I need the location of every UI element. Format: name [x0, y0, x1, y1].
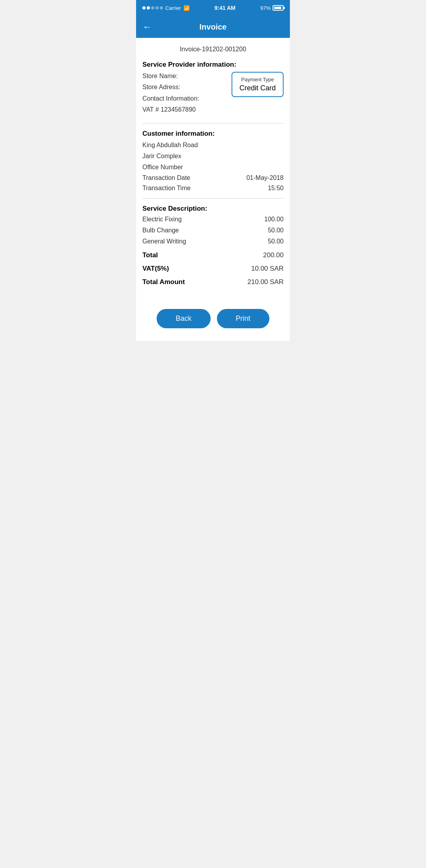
bottom-buttons: Back Print	[136, 299, 290, 341]
payment-type-label: Payment Type	[239, 77, 276, 82]
signal-dot-5	[160, 6, 163, 9]
totals-section: Total 200.00 VAT(5%) 10.00 SAR Total Amo…	[142, 251, 284, 286]
payment-type-value: Credit Card	[239, 84, 276, 92]
customer-section: Customer information: King Abdullah Road…	[142, 130, 284, 192]
service-amount-1: 50.00	[268, 227, 284, 234]
total-amount-value: 210.00 SAR	[247, 278, 284, 286]
signal-dots	[142, 6, 163, 9]
total-row: Total 200.00	[142, 251, 284, 259]
service-name-0: Electric Fixing	[142, 216, 182, 223]
service-provider-title: Service Provider information:	[142, 61, 284, 69]
transaction-date-label: Transaction Date	[142, 174, 190, 181]
customer-title: Customer information:	[142, 130, 284, 138]
transaction-time-row: Transaction Time 15:50	[142, 185, 284, 192]
status-left: Carrier 📶	[142, 5, 190, 11]
vat-row: VAT(5%) 10.00 SAR	[142, 265, 284, 273]
service-item-0: Electric Fixing 100.00	[142, 216, 284, 223]
status-right: 97%	[260, 5, 284, 11]
vat-label: VAT(5%)	[142, 265, 169, 273]
payment-box: Payment Type Credit Card	[232, 72, 284, 97]
service-name-1: Bulb Change	[142, 227, 179, 234]
status-time: 9:41 AM	[215, 5, 235, 11]
battery-bar	[273, 5, 284, 11]
service-description-section: Service Description: Electric Fixing 100…	[142, 205, 284, 245]
signal-dot-3	[151, 6, 154, 9]
transaction-time-label: Transaction Time	[142, 185, 191, 192]
battery-percent: 97%	[260, 5, 271, 11]
transaction-date-row: Transaction Date 01-May-2018	[142, 174, 284, 181]
invoice-number: Invoice-191202-001200	[142, 46, 284, 53]
carrier-text: Carrier	[165, 5, 181, 11]
service-item-1: Bulb Change 50.00	[142, 227, 284, 234]
phone-container: Carrier 📶 9:41 AM 97% ← Invoice Invoice-…	[136, 0, 290, 341]
header: ← Invoice	[136, 16, 290, 38]
vat-value: 10.00 SAR	[251, 265, 284, 273]
wifi-icon: 📶	[183, 5, 190, 11]
total-label: Total	[142, 251, 158, 259]
divider-1	[142, 123, 284, 123]
transaction-time-value: 15:50	[268, 185, 284, 192]
contact-info: Contact Information:	[142, 94, 232, 103]
service-name-2: General Writing	[142, 238, 186, 245]
customer-address2: Jarir Complex	[142, 152, 284, 161]
total-value: 200.00	[263, 251, 284, 259]
back-button[interactable]: Back	[157, 309, 210, 328]
battery-container	[273, 5, 284, 11]
customer-address1: King Abdullah Road	[142, 141, 284, 150]
back-icon[interactable]: ←	[142, 21, 152, 32]
service-description-title: Service Description:	[142, 205, 284, 213]
store-address: Store Adress:	[142, 83, 232, 92]
signal-dot-1	[142, 6, 146, 9]
total-amount-row: Total Amount 210.00 SAR	[142, 278, 284, 286]
service-amount-0: 100.00	[264, 216, 284, 223]
signal-dot-4	[155, 6, 159, 9]
provider-info: Store Name: Store Adress: Contact Inform…	[142, 72, 232, 117]
status-bar: Carrier 📶 9:41 AM 97%	[136, 0, 290, 16]
service-item-2: General Writing 50.00	[142, 238, 284, 245]
store-name: Store Name:	[142, 72, 232, 80]
provider-layout: Store Name: Store Adress: Contact Inform…	[142, 72, 284, 117]
office-number: Office Number	[142, 163, 284, 172]
header-title: Invoice	[200, 22, 227, 32]
divider-2	[142, 198, 284, 198]
total-amount-label: Total Amount	[142, 278, 185, 286]
content: Invoice-191202-001200 Service Provider i…	[136, 38, 290, 299]
print-button[interactable]: Print	[217, 309, 269, 328]
service-provider-section: Service Provider information: Store Name…	[142, 61, 284, 117]
transaction-date-value: 01-May-2018	[247, 174, 284, 181]
signal-dot-2	[147, 6, 150, 9]
battery-fill	[274, 7, 281, 9]
vat-number: VAT # 1234567890	[142, 105, 232, 114]
service-amount-2: 50.00	[268, 238, 284, 245]
